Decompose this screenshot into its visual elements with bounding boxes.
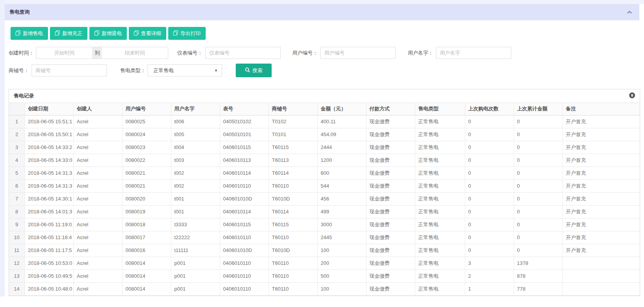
table-cell: Acrel [73,205,122,218]
table-cell: Acrel [73,270,122,282]
search-button[interactable]: 搜索 [236,64,272,77]
table-cell: 正常售电 [415,231,465,244]
user-id-label: 用户编号： [292,50,318,57]
table-cell: 0080018 [122,218,171,231]
table-cell: 0 [514,128,562,141]
table-cell: 正常售电 [415,205,465,218]
table-row[interactable]: 42018-06-05 14:33:0Acrel0080022t00304060… [9,154,640,167]
table-cell: 0406010110 [220,282,269,295]
table-row[interactable]: 12018-06-05 15:51:1Acrel0080025t00604050… [9,115,640,128]
caret-down-icon: ▼ [214,69,218,73]
table-cell: t006 [171,115,220,128]
table-cell: 0 [514,179,562,192]
table-cell: 2018-06-05 10:49:5 [25,270,73,282]
table-cell [562,270,640,282]
table-cell: p001 [171,257,220,270]
table-cell: 开户首充 [562,141,640,154]
table-row[interactable]: 22018-06-05 15:50:1Acrel0080024t00504050… [9,128,640,141]
row-index: 5 [9,167,25,179]
table-header-row: 创建日期 创建人 用户编号 用户名字 表号 商铺号 金额（元） 付款方式 售电类… [9,103,640,115]
table-row[interactable]: 92018-06-05 11:19:0Acrel0080018t33330406… [9,218,640,231]
sale-type-select[interactable]: 正常售电 ▼ [148,64,222,76]
end-time-input[interactable] [102,47,168,59]
main-content: 新增售电 新增充正 新增退电 查看详细 导出打印 创建时间： 到 仪表编号： [5,20,644,307]
table-cell: 开户首充 [562,205,640,218]
table-cell: 现金缴费 [366,231,415,244]
table-cell: Acrel [73,154,122,167]
table-cell: 0080020 [122,192,171,205]
table-cell: 454.09 [317,128,366,141]
add-correction-button[interactable]: 新增充正 [50,27,87,40]
table-cell: 0080023 [122,141,171,154]
table-row[interactable]: 62018-06-05 14:31:3Acrel0080021t00204060… [9,179,640,192]
table-cell: T60110 [269,282,317,295]
table-row[interactable]: 82018-06-05 14:01:3Acrel0080019t00104060… [9,205,640,218]
row-index: 14 [9,282,25,295]
table-row[interactable]: 32018-06-05 14:33:2Acrel0080023t00404060… [9,141,640,154]
button-label: 查看详细 [141,30,161,37]
table-cell: t005 [171,128,220,141]
table-cell: 正常售电 [415,192,465,205]
table-cell: 0 [514,192,562,205]
table-cell: T60110 [269,270,317,282]
col-header-last-total: 上次累计金额 [514,103,562,115]
shop-number-input[interactable] [32,64,107,76]
add-sale-button[interactable]: 新增售电 [11,27,48,40]
table-cell: 0080022 [122,154,171,167]
table-cell: Acrel [73,257,122,270]
table-cell: 正常售电 [415,270,465,282]
table-cell: 2018-06-05 14:31:3 [25,167,73,179]
col-header-sale-type: 售电类型 [415,103,465,115]
records-table: 创建日期 创建人 用户编号 用户名字 表号 商铺号 金额（元） 付款方式 售电类… [9,103,640,296]
table-cell: 500 [317,270,366,282]
table-cell: p001 [171,270,220,282]
table-cell: 2018-06-05 11:18:4 [25,231,73,244]
table-cell: 2018-06-05 10:48:0 [25,282,73,295]
table-row[interactable]: 122018-06-05 10:53:0Acrel0080014p0010406… [9,257,640,270]
table-cell: 0 [514,231,562,244]
table-cell: 2445 [317,231,366,244]
table-row[interactable]: 142018-06-05 10:48:0Acrel0080014p0010406… [9,282,640,295]
table-cell: Acrel [73,115,122,128]
table-cell: 040601010D [220,244,269,257]
scroll-top-button[interactable] [629,92,635,99]
user-id-input[interactable] [320,47,396,59]
button-label: 新增充正 [62,30,82,37]
table-row[interactable]: 112018-06-05 11:17:5Acrel0080016t1111104… [9,244,640,257]
table-row[interactable]: 72018-06-05 14:30:1Acrel0080020t00104060… [9,192,640,205]
start-time-input[interactable] [36,47,93,59]
table-row[interactable]: 132018-06-05 10:49:5Acrel0080014p0010406… [9,270,640,282]
table-cell: 0405010101 [220,128,269,141]
table-cell: 0405010102 [220,115,269,128]
table-cell: t11111 [171,244,220,257]
copy-icon [55,30,60,37]
row-index: 1 [9,115,25,128]
table-cell: T60110 [269,231,317,244]
row-index: 12 [9,257,25,270]
table-cell: 544 [317,179,366,192]
export-print-button[interactable]: 导出打印 [168,27,206,40]
table-row[interactable]: 102018-06-05 11:18:4Acrel0080017t2222204… [9,231,640,244]
table-row[interactable]: 52018-06-05 14:31:3Acrel0080021t00204060… [9,167,640,179]
table-cell: 正常售电 [415,218,465,231]
table-cell: 正常售电 [415,179,465,192]
table-cell: 正常售电 [415,115,465,128]
table-cell: 0406010110 [220,270,269,282]
table-cell: T6010D [269,192,317,205]
copy-icon [16,30,20,37]
table-cell: 开户首充 [562,244,640,257]
meter-number-input[interactable] [205,47,281,59]
table-cell: 1378 [514,257,562,270]
table-cell: t002 [171,167,220,179]
add-refund-button[interactable]: 新增退电 [89,27,127,40]
table-cell: 现金缴费 [366,257,415,270]
table-cell: 0 [514,244,562,257]
table-cell: 开户首充 [562,154,640,167]
table-cell: 开户首充 [562,231,640,244]
view-detail-button[interactable]: 查看详细 [129,27,166,40]
table-cell: 100 [317,282,366,295]
table-cell: 600 [317,167,366,179]
collapse-panel-button[interactable] [627,9,632,15]
user-name-input[interactable] [436,47,511,59]
copy-icon [134,30,139,37]
